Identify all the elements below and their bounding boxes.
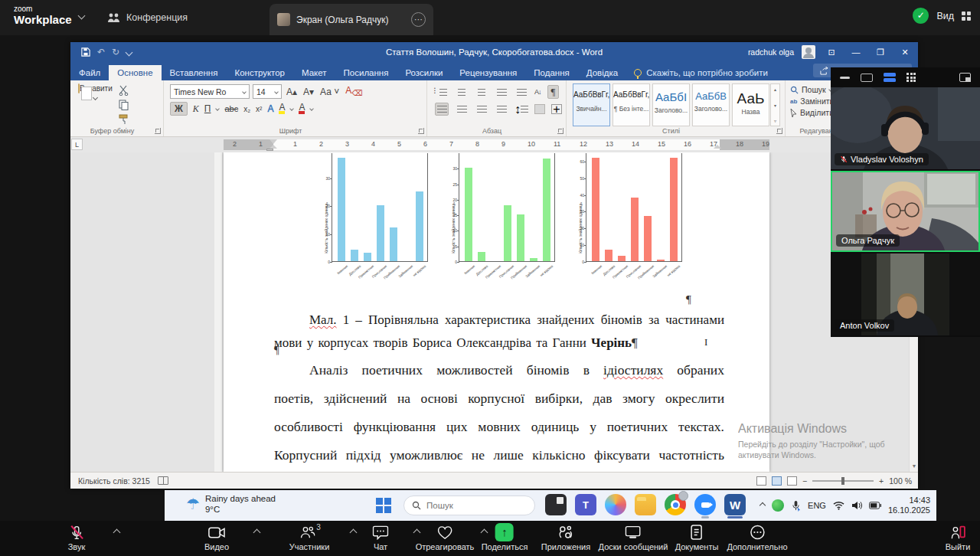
sort-icon[interactable]: А↓ <box>534 88 541 96</box>
underline-button[interactable]: П <box>204 103 211 114</box>
multilevel-list-icon[interactable] <box>475 86 488 99</box>
change-case-button[interactable]: Аа ˅ <box>318 87 341 97</box>
teams-app-icon[interactable]: T <box>575 494 596 515</box>
whiteboards-button[interactable]: Доски сообщений <box>599 524 668 551</box>
align-left-icon[interactable] <box>435 103 449 116</box>
style-card[interactable]: АаБбВвГг, Звичайн... <box>573 83 610 126</box>
minimize-button[interactable]: — <box>848 47 864 57</box>
participant-tile-3[interactable]: Anton Volkov <box>831 253 980 335</box>
view-grid-icon[interactable] <box>962 11 971 21</box>
zoom-level[interactable]: 100 % <box>889 476 912 486</box>
ribbon-tab[interactable]: Макет <box>293 65 335 80</box>
numbered-list-icon[interactable] <box>455 86 469 99</box>
ribbon-tab[interactable]: Основне <box>109 65 161 80</box>
security-shield-icon[interactable]: ✓ <box>913 8 929 24</box>
share-screen-button[interactable]: ↑ Поделиться <box>482 524 528 551</box>
proofing-icon[interactable] <box>158 476 168 485</box>
view-button[interactable]: Вид <box>936 11 954 21</box>
styles-gallery-scroll[interactable]: ▴▾▿ <box>770 83 780 126</box>
close-button[interactable]: ✕ <box>897 47 913 57</box>
chevron-down-icon[interactable] <box>310 106 315 111</box>
show-formatting-button[interactable]: ¶ <box>547 85 560 99</box>
search-input[interactable] <box>426 501 518 510</box>
account-name[interactable]: radchuk olga <box>748 47 794 57</box>
align-center-icon[interactable] <box>455 103 469 116</box>
file-explorer-icon[interactable] <box>635 494 656 515</box>
speaker-view-icon[interactable] <box>861 74 873 82</box>
save-icon[interactable] <box>81 47 90 57</box>
video-options-icon[interactable] <box>253 529 261 537</box>
superscript-button[interactable]: x² <box>256 105 262 113</box>
style-card[interactable]: АаЬ Назва <box>732 83 769 126</box>
chevron-down-icon[interactable] <box>78 12 86 20</box>
ribbon-options-icon[interactable]: ⊡ <box>823 47 840 57</box>
screenshot-app-icon[interactable] <box>545 494 567 515</box>
ribbon-tab[interactable]: Посилання <box>335 65 397 80</box>
video-button[interactable]: Видео <box>204 524 229 551</box>
participant-tile-1[interactable]: Vladyslav Voloshyn <box>831 87 980 169</box>
ribbon-tab[interactable]: Конструктор <box>226 65 293 80</box>
participants-button[interactable]: 3 Участники <box>289 524 330 551</box>
first-line-indent-marker[interactable] <box>270 139 277 144</box>
bullet-list-icon[interactable] <box>435 86 449 99</box>
web-layout-icon[interactable] <box>787 476 797 486</box>
tab-options-icon[interactable]: ⋯ <box>411 12 426 27</box>
figure-caption[interactable]: Мал. 1 – Порівняльна характеристика знай… <box>274 309 724 355</box>
avatar[interactable] <box>802 45 815 59</box>
dialog-launcher-icon[interactable] <box>776 128 782 134</box>
style-card[interactable]: АаБбВвГг, ¶ Без інте... <box>612 83 650 126</box>
text-effects-button[interactable]: А <box>267 103 273 114</box>
tab-screen-share[interactable]: Экран (Ольга Радчук) ⋯ <box>270 4 433 35</box>
grid-view-icon[interactable] <box>906 73 916 82</box>
font-size-select[interactable]: 14 <box>253 84 282 99</box>
highlight-button[interactable]: А <box>279 103 285 114</box>
scroll-down-icon[interactable]: ▼ <box>910 463 918 469</box>
word-count[interactable]: Кількість слів: 3215 <box>70 476 150 486</box>
ribbon-tab[interactable]: Файл <box>70 65 109 80</box>
subscript-button[interactable]: x₂ <box>243 105 250 113</box>
leave-button[interactable]: Выйти <box>946 524 971 551</box>
speaker-icon[interactable] <box>851 501 862 510</box>
borders-icon[interactable]: + <box>551 104 562 114</box>
mic-tray-icon[interactable] <box>791 500 801 512</box>
justify-icon[interactable] <box>495 103 508 116</box>
restore-button[interactable]: ❐ <box>872 47 889 57</box>
decrease-indent-icon[interactable] <box>495 86 508 99</box>
bold-button[interactable]: Ж <box>170 102 188 116</box>
zoom-app-icon[interactable] <box>694 494 716 515</box>
battery-icon[interactable] <box>869 502 881 509</box>
dialog-launcher-icon[interactable] <box>418 128 424 134</box>
docs-button[interactable]: Документы <box>675 524 719 551</box>
antivirus-tray-icon[interactable] <box>772 499 784 512</box>
ribbon-tab[interactable]: Довідка <box>578 65 626 80</box>
zoom-slider-thumb[interactable] <box>841 477 844 485</box>
panel-layout-icon[interactable] <box>959 73 971 82</box>
audio-button[interactable]: Звук <box>68 524 86 551</box>
ribbon-tab[interactable]: Подання <box>525 65 577 80</box>
tab-meeting[interactable]: Конференция <box>107 6 188 29</box>
font-family-select[interactable]: Times New Ro <box>170 84 250 99</box>
print-layout-icon[interactable] <box>772 476 782 486</box>
language-indicator[interactable]: ENG <box>808 501 826 510</box>
shrink-font-button[interactable]: А▾ <box>302 87 315 97</box>
cut-icon[interactable] <box>118 85 130 96</box>
paste-button[interactable]: Вставити <box>78 84 112 124</box>
body-paragraph[interactable]: Аналіз поетичних можливостей біномів в і… <box>274 356 724 472</box>
left-indent-marker[interactable] <box>266 149 273 151</box>
gallery-view-icon[interactable] <box>884 73 896 82</box>
format-painter-icon[interactable] <box>118 114 130 125</box>
ribbon-tab[interactable]: Вставлення <box>162 65 227 80</box>
redo-icon[interactable]: ↻ <box>112 47 119 57</box>
copilot-app-icon[interactable] <box>605 494 626 515</box>
clear-formatting-button[interactable]: А⌫ <box>344 85 364 97</box>
horizontal-ruler[interactable]: 2112345678910111213141516171819 <box>224 139 769 150</box>
grow-font-button[interactable]: А▴ <box>285 87 299 97</box>
line-spacing-icon[interactable]: ↕ <box>514 103 528 116</box>
participants-options-icon[interactable] <box>350 529 358 537</box>
font-color-button[interactable]: А <box>299 103 305 114</box>
zoom-in-button[interactable]: + <box>879 476 884 486</box>
chat-button[interactable]: Чат <box>373 524 389 551</box>
taskbar-search[interactable] <box>403 495 535 515</box>
ribbon-tab[interactable]: Розсилки <box>397 65 451 80</box>
shading-icon[interactable] <box>534 104 545 114</box>
